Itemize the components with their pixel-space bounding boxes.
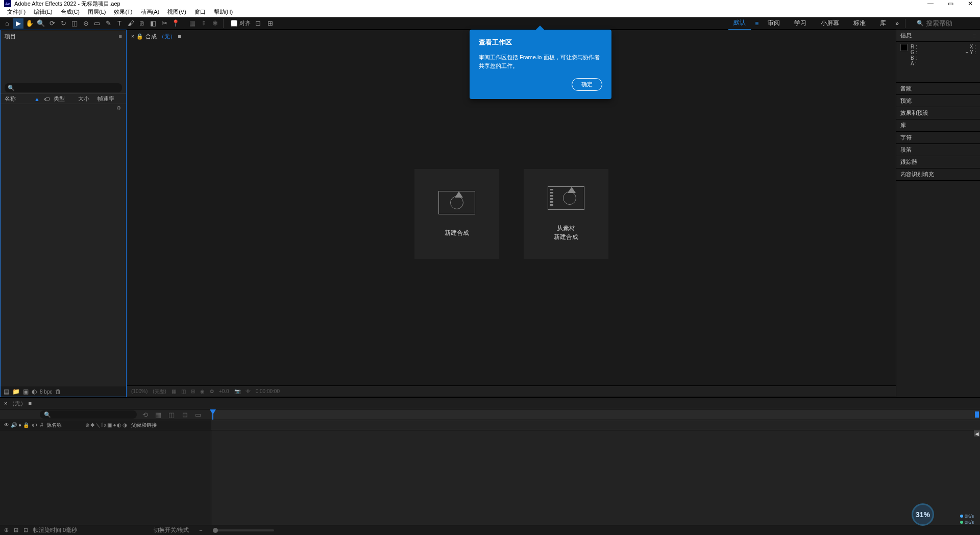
tl-foot3-icon[interactable]: ⊡ — [23, 527, 28, 533]
eye-col-icon[interactable]: 👁 — [4, 422, 9, 428]
panel-paragraph[interactable]: 段落 — [896, 144, 980, 156]
timeline-zoom-slider[interactable] — [213, 529, 274, 531]
res-dropdown[interactable]: (完整) — [153, 388, 166, 395]
guides-icon[interactable]: ⊞ — [191, 388, 195, 394]
menu-help[interactable]: 帮助(H) — [211, 7, 236, 17]
menu-edit[interactable]: 编辑(E) — [31, 7, 56, 17]
maximize-button[interactable]: ▭ — [945, 0, 957, 7]
ws-library[interactable]: 库 — [875, 17, 891, 30]
new-from-footage-button[interactable]: 从素材新建合成 — [524, 169, 608, 259]
exposure-value[interactable]: +0.0 — [219, 388, 229, 394]
tl-foot2-icon[interactable]: ⊞ — [14, 527, 18, 533]
ws-small[interactable]: 小屏幕 — [816, 17, 844, 30]
snap-opt-icon[interactable]: ⊡ — [253, 18, 263, 29]
ws-standard[interactable]: 标准 — [848, 17, 871, 30]
zoom-dropdown[interactable]: (100%) — [131, 388, 148, 394]
snap-opt2-icon[interactable]: ⊞ — [265, 18, 275, 29]
home-tool[interactable]: ⌂ — [2, 18, 12, 29]
lock-col-icon[interactable]: 🔒 — [23, 422, 29, 428]
bpc-label[interactable]: 8 bpc — [40, 389, 52, 395]
panel-menu-icon[interactable]: ≡ — [119, 33, 122, 39]
tl-foot1-icon[interactable]: ⊕ — [4, 527, 9, 533]
pin-icon[interactable]: ✱ — [210, 18, 220, 29]
mask-icon[interactable]: ◫ — [181, 388, 186, 394]
panel-preview[interactable]: 预览 — [896, 95, 980, 107]
tl-opt2-icon[interactable]: ▦ — [153, 409, 163, 420]
folder-icon[interactable]: 📁 — [12, 388, 20, 395]
adjust-icon[interactable]: ◐ — [32, 388, 37, 395]
roto-tool[interactable]: ✂ — [159, 18, 169, 29]
ws-default[interactable]: 默认 — [728, 16, 751, 30]
menu-file[interactable]: 文件(F) — [4, 7, 29, 17]
tl-menu-icon[interactable]: ≡ — [28, 400, 31, 406]
tl-tab-label[interactable]: （无） — [9, 400, 26, 407]
panel-audio[interactable]: 音频 — [896, 83, 980, 95]
comp-menu-icon[interactable]: ≡ — [178, 33, 181, 39]
search-help-input[interactable] — [926, 19, 972, 27]
hand-tool[interactable]: ✋ — [24, 18, 35, 29]
zoom-out-icon[interactable]: − — [199, 527, 202, 533]
ws-learn[interactable]: 学习 — [789, 17, 812, 30]
layer-list[interactable] — [0, 430, 211, 525]
rect-tool[interactable]: ▭ — [92, 18, 102, 29]
bone-icon[interactable]: ⇞ — [199, 18, 209, 29]
work-area-end[interactable] — [975, 411, 979, 418]
col-type[interactable]: 类型 — [54, 95, 74, 103]
rotate-tool[interactable]: ↻ — [58, 18, 68, 29]
channel-icon[interactable]: ◉ — [200, 388, 205, 394]
zoom-tool[interactable]: 🔍 — [36, 18, 46, 29]
trash-icon[interactable]: 🗑 — [55, 388, 61, 395]
grid-icon[interactable]: ▦ — [172, 388, 176, 394]
camera-tool[interactable]: ◫ — [69, 18, 80, 29]
timeline-graph[interactable]: ◄ — [211, 430, 980, 525]
snapping-checkbox[interactable] — [231, 20, 237, 27]
comp-close-icon[interactable]: × — [131, 33, 134, 39]
ws-menu-icon[interactable]: ≡ — [755, 20, 758, 27]
label-col-icon[interactable]: 🏷 — [32, 422, 37, 428]
tl-opt3-icon[interactable]: ◫ — [166, 409, 177, 420]
flow-icon[interactable]: ♻ — [116, 105, 121, 111]
show-snapshot-icon[interactable]: 👁 — [246, 388, 251, 394]
time-ruler[interactable] — [211, 409, 980, 420]
reset-exp-icon[interactable]: ✿ — [210, 388, 214, 394]
tl-close-icon[interactable]: × — [4, 400, 7, 406]
snapshot-icon[interactable]: 📷 — [234, 388, 240, 394]
orbit-tool[interactable]: ⟳ — [47, 18, 57, 29]
pen-tool[interactable]: ✎ — [103, 18, 113, 29]
menu-animation[interactable]: 动画(A) — [138, 7, 163, 17]
menu-layer[interactable]: 图层(L) — [85, 7, 109, 17]
panel-content-aware[interactable]: 内容识别填充 — [896, 168, 980, 181]
audio-col-icon[interactable]: 🔊 — [11, 422, 17, 428]
panel-library[interactable]: 库 — [896, 119, 980, 132]
menu-window[interactable]: 窗口 — [191, 7, 209, 17]
popup-ok-button[interactable]: 确定 — [572, 78, 602, 91]
brush-tool[interactable]: 🖌 — [126, 18, 136, 29]
tl-opt4-icon[interactable]: ⊡ — [180, 409, 190, 420]
new-comp-icon[interactable]: ▣ — [23, 388, 29, 395]
timeline-search-input[interactable] — [40, 410, 137, 419]
tl-opt5-icon[interactable]: ▭ — [193, 409, 203, 420]
selection-tool[interactable]: ▶ — [13, 18, 23, 29]
lock-icon[interactable]: 🔒 — [136, 33, 143, 40]
type-tool[interactable]: T — [114, 18, 125, 29]
project-search-input[interactable] — [5, 83, 122, 92]
panel-tracker[interactable]: 跟踪器 — [896, 156, 980, 168]
solo-col-icon[interactable]: ● — [18, 422, 21, 428]
pan-behind-tool[interactable]: ⊕ — [81, 18, 91, 29]
ws-review[interactable]: 审阅 — [763, 17, 785, 30]
project-list[interactable] — [1, 112, 126, 386]
eraser-tool[interactable]: ◧ — [148, 18, 158, 29]
clone-tool[interactable]: ⎚ — [137, 18, 147, 29]
col-name[interactable]: 名称 — [5, 95, 30, 103]
mesh-icon[interactable]: ▦ — [187, 18, 198, 29]
menu-composition[interactable]: 合成(C) — [58, 7, 83, 17]
sort-icon[interactable]: ▲ — [34, 96, 40, 102]
minimize-button[interactable]: — — [924, 0, 937, 7]
menu-view[interactable]: 视图(V) — [164, 7, 189, 17]
performance-badge[interactable]: 31% — [912, 503, 934, 526]
new-composition-button[interactable]: 新建合成 — [414, 169, 499, 259]
timeline-end-cap[interactable]: ◄ — [974, 430, 980, 436]
col-fps[interactable]: 帧速率 — [97, 95, 114, 103]
ws-more-icon[interactable]: » — [895, 20, 899, 27]
tl-opt1-icon[interactable]: ⟲ — [140, 409, 150, 420]
